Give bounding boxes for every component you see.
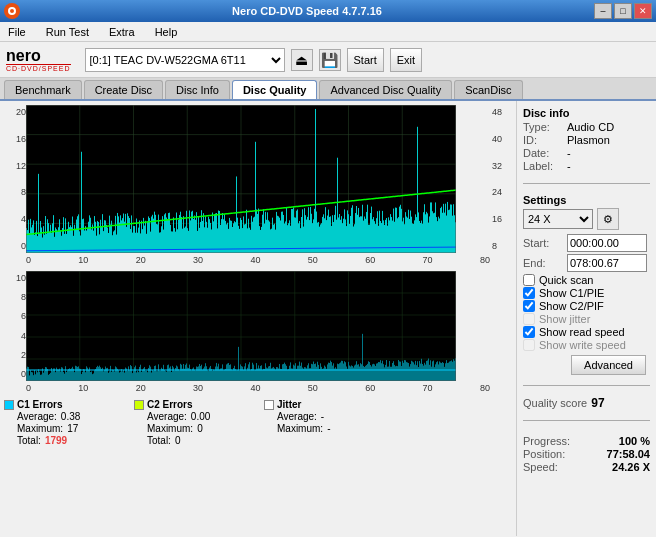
end-time-label: End:	[523, 257, 563, 269]
show-write-speed-label: Show write speed	[539, 339, 626, 351]
c1-label: C1 Errors	[17, 399, 80, 410]
quick-scan-label: Quick scan	[539, 274, 593, 286]
settings-icon[interactable]: ⚙	[597, 208, 619, 230]
speed-selector[interactable]: 24 X	[523, 209, 593, 229]
progress-value: 100 %	[619, 435, 650, 447]
c1-total-label: Total:	[17, 435, 41, 446]
tab-bar: Benchmark Create Disc Disc Info Disc Qua…	[0, 78, 656, 101]
c2-max-label: Maximum:	[147, 423, 193, 434]
c1-total-value: 1799	[45, 435, 67, 446]
settings-section: Settings 24 X ⚙ Start: End: Quick scan	[523, 194, 650, 375]
menu-help[interactable]: Help	[151, 24, 182, 40]
position-label: Position:	[523, 448, 565, 460]
speed-value: 24.26 X	[612, 461, 650, 473]
quality-score-value: 97	[591, 396, 604, 410]
tab-benchmark[interactable]: Benchmark	[4, 80, 82, 99]
quick-scan-checkbox[interactable]	[523, 274, 535, 286]
show-jitter-label: Show jitter	[539, 313, 590, 325]
c2-total-value: 0	[175, 435, 181, 446]
tab-create-disc[interactable]: Create Disc	[84, 80, 163, 99]
show-jitter-row: Show jitter	[523, 313, 650, 325]
disc-info-header: Disc info	[523, 107, 650, 119]
eject-icon[interactable]: ⏏	[291, 49, 313, 71]
show-write-speed-row: Show write speed	[523, 339, 650, 351]
tab-scandisc[interactable]: ScanDisc	[454, 80, 522, 99]
menu-extra[interactable]: Extra	[105, 24, 139, 40]
jitter-avg-label: Average:	[277, 411, 317, 422]
chart-bottom-canvas	[26, 271, 456, 381]
position-value: 77:58.04	[607, 448, 650, 460]
y-label-top-0: 20	[4, 107, 26, 117]
settings-header: Settings	[523, 194, 650, 206]
c1-max-value: 17	[67, 423, 78, 434]
start-button[interactable]: Start	[347, 48, 384, 72]
tab-disc-quality[interactable]: Disc Quality	[232, 80, 318, 99]
chart-top-canvas	[26, 105, 456, 253]
show-c2-row: Show C2/PIF	[523, 300, 650, 312]
y-label-top-1: 16	[4, 134, 26, 144]
menu-run-test[interactable]: Run Test	[42, 24, 93, 40]
c2-label: C2 Errors	[147, 399, 210, 410]
quality-score-label: Quality score	[523, 397, 587, 409]
c1-color-box	[4, 400, 14, 410]
speed-label: Speed:	[523, 461, 558, 473]
jitter-avg-value: -	[321, 411, 324, 422]
c2-color-box	[134, 400, 144, 410]
app-icon	[4, 3, 20, 19]
save-icon[interactable]: 💾	[319, 49, 341, 71]
c1-max-label: Maximum:	[17, 423, 63, 434]
show-jitter-checkbox[interactable]	[523, 313, 535, 325]
show-c2-label: Show C2/PIF	[539, 300, 604, 312]
show-c1-label: Show C1/PIE	[539, 287, 604, 299]
start-time-label: Start:	[523, 237, 563, 249]
label-key: Label:	[523, 160, 563, 172]
minimize-button[interactable]: –	[594, 3, 612, 19]
id-key: ID:	[523, 134, 563, 146]
show-read-speed-checkbox[interactable]	[523, 326, 535, 338]
type-value: Audio CD	[567, 121, 614, 133]
legend: C1 Errors Average: 0.38 Maximum: 17 Tota…	[4, 395, 512, 450]
start-time-input[interactable]	[567, 234, 647, 252]
quick-scan-row: Quick scan	[523, 274, 650, 286]
legend-c1: C1 Errors Average: 0.38 Maximum: 17 Tota…	[4, 399, 124, 446]
title-bar: Nero CD-DVD Speed 4.7.7.16 – □ ✕	[0, 0, 656, 22]
tab-advanced-disc-quality[interactable]: Advanced Disc Quality	[319, 80, 452, 99]
jitter-max-label: Maximum:	[277, 423, 323, 434]
show-read-speed-row: Show read speed	[523, 326, 650, 338]
exit-button[interactable]: Exit	[390, 48, 422, 72]
chart-area: 20 16 12 8 4 0 48 40 32 24 16 8 0 10	[0, 101, 516, 536]
progress-label: Progress:	[523, 435, 570, 447]
show-read-speed-label: Show read speed	[539, 326, 625, 338]
c2-total-label: Total:	[147, 435, 171, 446]
quality-score-row: Quality score 97	[523, 396, 650, 410]
label-value: -	[567, 160, 571, 172]
c2-avg-value: 0.00	[191, 411, 210, 422]
menu-bar: File Run Test Extra Help	[0, 22, 656, 42]
show-write-speed-checkbox[interactable]	[523, 339, 535, 351]
date-value: -	[567, 147, 571, 159]
toolbar: nero CD·DVD/SPEED [0:1] TEAC DV-W522GMA …	[0, 42, 656, 78]
c1-avg-label: Average:	[17, 411, 57, 422]
maximize-button[interactable]: □	[614, 3, 632, 19]
type-key: Type:	[523, 121, 563, 133]
legend-jitter: Jitter Average: - Maximum: -	[264, 399, 384, 446]
date-key: Date:	[523, 147, 563, 159]
tab-disc-info[interactable]: Disc Info	[165, 80, 230, 99]
y-label-top-2: 12	[4, 161, 26, 171]
legend-c2: C2 Errors Average: 0.00 Maximum: 0 Total…	[134, 399, 254, 446]
main-content: 20 16 12 8 4 0 48 40 32 24 16 8 0 10	[0, 101, 656, 536]
jitter-color-box	[264, 400, 274, 410]
c2-avg-label: Average:	[147, 411, 187, 422]
show-c1-checkbox[interactable]	[523, 287, 535, 299]
close-button[interactable]: ✕	[634, 3, 652, 19]
jitter-label: Jitter	[277, 399, 330, 410]
menu-file[interactable]: File	[4, 24, 30, 40]
drive-selector[interactable]: [0:1] TEAC DV-W522GMA 6T11	[85, 48, 285, 72]
progress-section: Progress: 100 % Position: 77:58.04 Speed…	[523, 435, 650, 474]
end-time-input[interactable]	[567, 254, 647, 272]
nero-logo: nero CD·DVD/SPEED	[6, 48, 71, 72]
show-c2-checkbox[interactable]	[523, 300, 535, 312]
advanced-button[interactable]: Advanced	[571, 355, 646, 375]
c2-max-value: 0	[197, 423, 203, 434]
jitter-max-value: -	[327, 423, 330, 434]
